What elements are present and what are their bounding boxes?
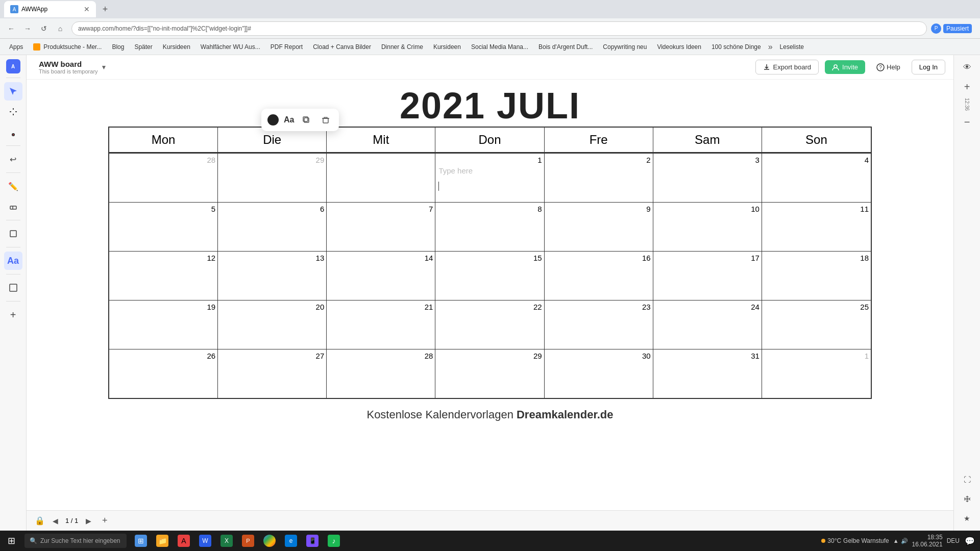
- win-start-button[interactable]: ⊞: [0, 531, 22, 551]
- cell-w5-die[interactable]: 27: [218, 349, 327, 398]
- cell-w1-don[interactable]: 1 Type here: [435, 154, 544, 202]
- cell-w1-die[interactable]: 29: [218, 154, 327, 202]
- win-ppt-button[interactable]: P: [238, 531, 258, 551]
- bookmark-später[interactable]: Später: [131, 42, 155, 52]
- fullscreen-button[interactable]: ⛶: [959, 471, 975, 488]
- select-tool[interactable]: [4, 82, 22, 101]
- move-tool-right[interactable]: [959, 491, 975, 507]
- cell-w2-son[interactable]: 11: [762, 203, 871, 251]
- sticky-tool[interactable]: [4, 279, 22, 297]
- zoom-in-button[interactable]: +: [959, 79, 975, 95]
- pan-tool[interactable]: [4, 103, 22, 121]
- canvas[interactable]: 2021 JULI Mon Die Mit Don Fre Sam Son 28…: [27, 80, 953, 510]
- cell-w3-die[interactable]: 13: [218, 252, 327, 300]
- win-notification-button[interactable]: 💬: [964, 535, 976, 547]
- cell-w4-die[interactable]: 20: [218, 300, 327, 349]
- cell-w1-fre[interactable]: 2: [545, 154, 653, 202]
- cell-w1-sam[interactable]: 3: [653, 154, 762, 202]
- win-app-chrome[interactable]: [259, 531, 280, 551]
- win-app-spotify[interactable]: ♪: [324, 531, 344, 551]
- cell-w4-son[interactable]: 25: [762, 300, 871, 349]
- bookmark-kursideen[interactable]: Kursideen: [160, 42, 193, 52]
- cell-w1-mon[interactable]: 28: [109, 154, 218, 202]
- draw-tool[interactable]: [4, 123, 22, 141]
- bookmark-videokurs[interactable]: Videokurs Ideen: [654, 42, 704, 52]
- active-tab[interactable]: A AWWApp ✕: [4, 1, 96, 17]
- bookmark-apps[interactable]: Apps: [6, 42, 26, 52]
- brush-tool[interactable]: ✏️: [4, 177, 22, 195]
- cell-w4-don[interactable]: 22: [435, 300, 544, 349]
- type-here-text[interactable]: Type here: [438, 166, 473, 175]
- bookmark-produktsuche[interactable]: Produktsuche - Mer...: [30, 42, 105, 52]
- visibility-toggle[interactable]: 👁: [959, 59, 975, 76]
- cell-w2-sam[interactable]: 10: [653, 203, 762, 251]
- cell-w5-mit[interactable]: 28: [327, 349, 435, 398]
- bookmarks-more[interactable]: »: [768, 42, 773, 52]
- home-button[interactable]: ⌂: [53, 21, 67, 36]
- copy-icon-button[interactable]: [299, 113, 313, 127]
- bookmark-canva[interactable]: Cload + Canva Bilder: [310, 42, 374, 52]
- back-button[interactable]: ←: [4, 21, 18, 36]
- win-explorer-button[interactable]: 📁: [152, 531, 173, 551]
- cell-w2-fre[interactable]: 9: [545, 203, 653, 251]
- shape-tool[interactable]: [4, 224, 22, 243]
- cell-w2-mon[interactable]: 5: [109, 203, 218, 251]
- zoom-out-button[interactable]: −: [959, 114, 975, 130]
- cell-w3-mit[interactable]: 14: [327, 252, 435, 300]
- win-volume-icon[interactable]: 🔊: [901, 538, 908, 544]
- reload-button[interactable]: ↺: [37, 21, 51, 36]
- color-dot[interactable]: [267, 114, 279, 126]
- cell-w2-don[interactable]: 8: [435, 203, 544, 251]
- win-taskview-button[interactable]: ⊞: [131, 531, 151, 551]
- bookmark-schöne[interactable]: 100 schöne Dinge: [708, 42, 764, 52]
- new-tab-button[interactable]: +: [98, 2, 112, 16]
- bookmark-wahlfächer[interactable]: Wahlfächer WU Aus...: [198, 42, 263, 52]
- bookmark-pdf[interactable]: PDF Report: [267, 42, 306, 52]
- cell-w4-fre[interactable]: 23: [545, 300, 653, 349]
- invite-button[interactable]: Invite: [825, 60, 865, 74]
- font-size-button[interactable]: Aa: [284, 115, 294, 124]
- cell-w5-fre[interactable]: 30: [545, 349, 653, 398]
- help-button[interactable]: ? Help: [871, 60, 905, 74]
- address-bar[interactable]: awwapp.com/home/?dis=[["no-init-modal"]%…: [71, 21, 927, 36]
- add-tool[interactable]: +: [4, 306, 22, 324]
- cell-w3-sam[interactable]: 17: [653, 252, 762, 300]
- win-app-edge[interactable]: e: [281, 531, 301, 551]
- profile-icon[interactable]: P: [931, 23, 941, 34]
- login-button[interactable]: Log In: [912, 60, 945, 74]
- cell-w1-mit[interactable]: [327, 154, 435, 202]
- win-app3-button[interactable]: A: [174, 531, 194, 551]
- cell-w3-mon[interactable]: 12: [109, 252, 218, 300]
- cell-w2-die[interactable]: 6: [218, 203, 327, 251]
- cell-w5-don[interactable]: 29: [435, 349, 544, 398]
- add-page-button[interactable]: +: [99, 515, 111, 527]
- bookmark-kursideen2[interactable]: Kursideen: [430, 42, 464, 52]
- export-board-button[interactable]: Export board: [755, 60, 819, 74]
- cell-w4-sam[interactable]: 24: [653, 300, 762, 349]
- win-excel-button[interactable]: X: [216, 531, 237, 551]
- win-word-button[interactable]: W: [195, 531, 215, 551]
- win-time-display[interactable]: 18:35 16.06.2021: [912, 534, 943, 548]
- bookmark-social[interactable]: Social Media Mana...: [468, 42, 531, 52]
- eraser-tool[interactable]: [4, 197, 22, 216]
- tab-close[interactable]: ✕: [84, 5, 90, 13]
- bookmark-blog[interactable]: Blog: [109, 42, 127, 52]
- bookmark-copywriting[interactable]: Copywriting neu: [600, 42, 650, 52]
- cell-w2-mit[interactable]: 7: [327, 203, 435, 251]
- bookmark-bois[interactable]: Bois d'Argent Duft...: [535, 42, 596, 52]
- cell-w5-son[interactable]: 1: [762, 349, 871, 398]
- prev-page-button[interactable]: ◀: [49, 515, 61, 527]
- win-app-phone[interactable]: 📱: [302, 531, 323, 551]
- next-page-button[interactable]: ▶: [82, 515, 94, 527]
- cell-w4-mon[interactable]: 19: [109, 300, 218, 349]
- text-tool[interactable]: Aa: [4, 252, 22, 270]
- undo-tool[interactable]: ↩: [4, 150, 22, 168]
- cell-w3-fre[interactable]: 16: [545, 252, 653, 300]
- cell-w3-don[interactable]: 15: [435, 252, 544, 300]
- cell-w4-mit[interactable]: 21: [327, 300, 435, 349]
- delete-icon-button[interactable]: [318, 113, 333, 127]
- win-search-bar[interactable]: 🔍 Zur Suche Text hier eingeben: [24, 534, 127, 548]
- board-name-button[interactable]: AWW board This board is temporary ▼: [35, 58, 111, 77]
- bookmark-leseliste[interactable]: Leseliste: [777, 42, 807, 52]
- cell-w1-son[interactable]: 4: [762, 154, 871, 202]
